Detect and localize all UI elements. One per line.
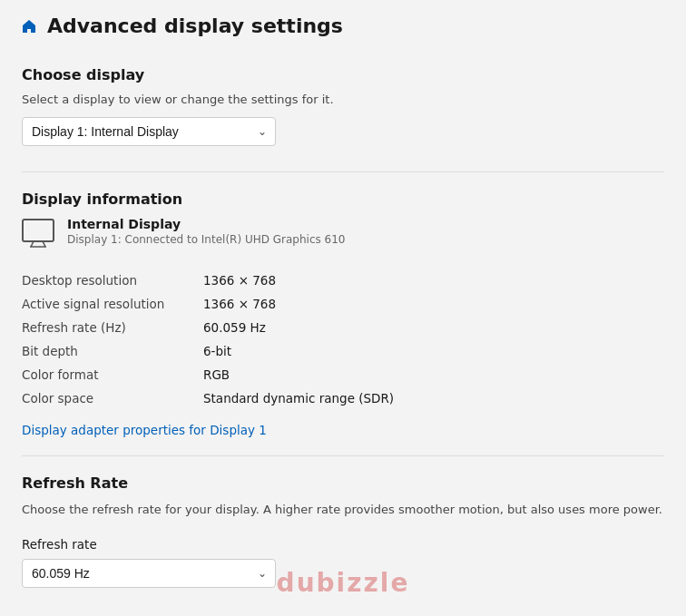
- display-info-title: Display information: [22, 191, 664, 208]
- page-container: Advanced display settings Choose display…: [0, 0, 686, 616]
- info-value: 6-bit: [203, 339, 664, 363]
- monitor-icon: [22, 219, 54, 250]
- monitor-sub: Display 1: Connected to Intel(R) UHD Gra…: [67, 233, 346, 246]
- choose-display-section: Choose display Select a display to view …: [22, 66, 664, 146]
- info-value: 1366 × 768: [203, 292, 664, 316]
- refresh-rate-section: Refresh Rate Choose the refresh rate for…: [22, 474, 664, 588]
- info-label: Color space: [22, 386, 203, 410]
- refresh-rate-title: Refresh Rate: [22, 474, 664, 492]
- table-row: Color formatRGB: [22, 363, 664, 386]
- info-label: Refresh rate (Hz): [22, 316, 203, 339]
- info-label: Bit depth: [22, 339, 203, 363]
- display-info-table: Desktop resolution1366 × 768Active signa…: [22, 269, 664, 410]
- choose-display-title: Choose display: [22, 66, 664, 83]
- header: Advanced display settings: [22, 15, 664, 44]
- display-select[interactable]: Display 1: Internal Display: [22, 117, 276, 146]
- choose-display-desc: Select a display to view or change the s…: [22, 93, 664, 106]
- table-row: Refresh rate (Hz)60.059 Hz: [22, 316, 664, 339]
- info-value: Standard dynamic range (SDR): [203, 386, 664, 410]
- table-row: Color spaceStandard dynamic range (SDR): [22, 386, 664, 410]
- refresh-rate-desc: Choose the refresh rate for your display…: [22, 501, 664, 519]
- monitor-info: Internal Display Display 1: Connected to…: [67, 217, 346, 246]
- svg-rect-0: [23, 220, 54, 241]
- home-icon[interactable]: [22, 19, 36, 34]
- info-value: RGB: [203, 363, 664, 386]
- page-title: Advanced display settings: [47, 15, 343, 37]
- divider-1: [22, 171, 664, 172]
- info-label: Color format: [22, 363, 203, 386]
- info-label: Active signal resolution: [22, 292, 203, 316]
- refresh-rate-label: Refresh rate: [22, 537, 664, 552]
- display-monitor-row: Internal Display Display 1: Connected to…: [22, 217, 664, 250]
- table-row: Bit depth6-bit: [22, 339, 664, 363]
- refresh-rate-select[interactable]: 60.059 Hz: [22, 559, 276, 588]
- monitor-name: Internal Display: [67, 217, 346, 231]
- info-label: Desktop resolution: [22, 269, 203, 292]
- table-row: Active signal resolution1366 × 768: [22, 292, 664, 316]
- display-info-section: Display information Internal Display Dis…: [22, 191, 664, 437]
- table-row: Desktop resolution1366 × 768: [22, 269, 664, 292]
- refresh-rate-select-wrapper: 60.059 Hz ⌄: [22, 559, 276, 588]
- adapter-properties-link[interactable]: Display adapter properties for Display 1: [22, 423, 267, 437]
- info-value: 60.059 Hz: [203, 316, 664, 339]
- info-value: 1366 × 768: [203, 269, 664, 292]
- display-select-wrapper: Display 1: Internal Display ⌄: [22, 117, 276, 146]
- divider-2: [22, 455, 664, 456]
